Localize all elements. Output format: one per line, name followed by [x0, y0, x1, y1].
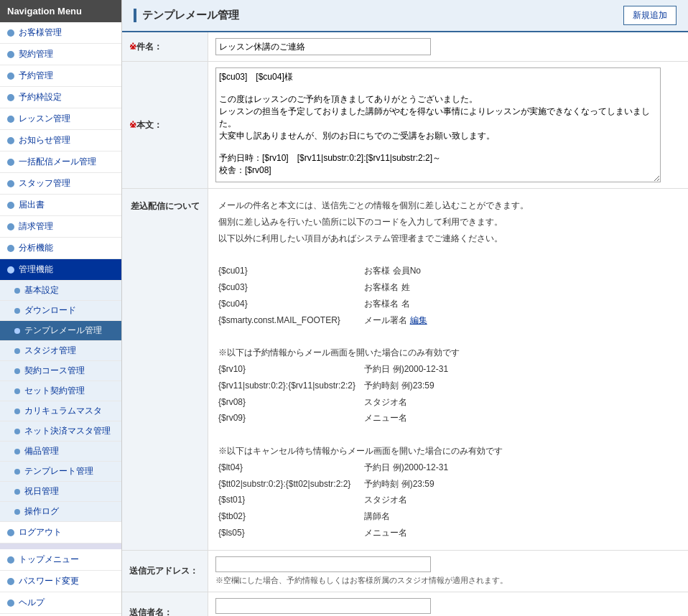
code-rv11: {$rv11|substr:0:2}:{$rv11|substr:2:2} 予約…	[218, 378, 678, 394]
sender-name-content: ※空欄にした場合、予約情報もしくはお客様所属のスタジオ情報が適用されます。	[208, 592, 688, 616]
subject-content	[208, 32, 688, 61]
bullet-icon	[7, 599, 14, 607]
page-title: テンプレメール管理	[134, 9, 239, 22]
bullet-icon	[7, 29, 14, 37]
sidebar-sub-net-payment[interactable]: ネット決済マスタ管理	[0, 421, 121, 442]
note-cancel: ※以下はキャンセル待ち情報からメール画面を開いた場合にのみ有効です	[218, 443, 678, 459]
bullet-icon	[7, 266, 14, 274]
note-reservation: ※以下は予約情報からメール画面を開いた場合にのみ有効です	[218, 345, 678, 361]
sidebar-item-notifications[interactable]: お知らせ管理	[0, 130, 121, 151]
bullet-icon	[7, 529, 14, 536]
edit-footer-link[interactable]: 編集	[410, 315, 427, 325]
bullet-icon	[7, 223, 14, 230]
main-content: テンプレメール管理 新規追加 ※件名： ※本文： 差込配信について メー	[122, 0, 688, 616]
sidebar-item-analytics[interactable]: 分析機能	[0, 238, 121, 259]
sidebar-item-logout[interactable]: ログアウト	[0, 522, 121, 543]
new-add-button[interactable]: 新規追加	[623, 6, 677, 25]
bullet-icon	[7, 202, 14, 209]
bullet-sm-icon	[14, 288, 20, 294]
body-content	[208, 62, 688, 188]
bullet-sm-icon	[14, 328, 20, 334]
bullet-icon	[7, 73, 14, 80]
body-row: ※本文：	[122, 62, 688, 189]
sidebar-item-delivery[interactable]: 届出書	[0, 195, 121, 216]
body-label: ※本文：	[122, 62, 208, 188]
sidebar-item-help[interactable]: ヘルプ	[0, 592, 121, 614]
bullet-icon	[7, 94, 14, 101]
bullet-sm-icon	[14, 388, 20, 394]
body-textarea[interactable]	[215, 67, 661, 182]
sidebar-item-customers[interactable]: お客様管理	[0, 22, 121, 44]
code-cu04: {$cu04} お客様名 名	[218, 296, 678, 312]
bullet-icon	[7, 180, 14, 187]
bullet-sm-icon	[14, 449, 20, 454]
code-mail-footer: {$smarty.const.MAIL_FOOTER} メール署名 編集	[218, 312, 678, 329]
bullet-sm-icon	[14, 348, 20, 354]
sidebar-item-password-change[interactable]: パスワード変更	[0, 571, 121, 592]
bullet-icon	[7, 578, 14, 585]
code-cu03: {$cu03} お客様名 姓	[218, 279, 678, 296]
sidebar-item-bulk-mail[interactable]: 一括配信メール管理	[0, 151, 121, 173]
bullet-sm-icon	[14, 489, 20, 495]
bullet-icon	[7, 116, 14, 123]
sidebar-sub-curriculum[interactable]: カリキュラムマスタ	[0, 401, 121, 421]
sidebar-sub-basic-settings[interactable]: 基本設定	[0, 281, 121, 301]
sender-address-content: ※空欄にした場合、予約情報もしくはお客様所属のスタジオ情報が適用されます。	[208, 551, 688, 592]
form-area: ※件名： ※本文： 差込配信について メールの件名と本文には、送信先ごとの情報を…	[122, 32, 688, 616]
sidebar-sub-operation-log[interactable]: 操作ログ	[0, 502, 121, 522]
bullet-icon	[7, 137, 14, 144]
sidebar-header: Navigation Menu	[0, 0, 121, 22]
bullet-sm-icon	[14, 368, 20, 374]
sender-address-note: ※空欄にした場合、予約情報もしくはお客様所属のスタジオ情報が適用されます。	[215, 575, 681, 586]
sidebar-item-staff[interactable]: スタッフ管理	[0, 173, 121, 195]
sidebar-item-reservations[interactable]: 予約管理	[0, 65, 121, 87]
page-header: テンプレメール管理 新規追加	[122, 0, 688, 32]
code-st01: {$st01} スタジオ名	[218, 492, 678, 508]
sidebar-sub-download[interactable]: ダウンロード	[0, 301, 121, 321]
code-cu01: {$cu01} お客様 会員No	[218, 263, 678, 279]
bullet-icon	[7, 159, 14, 166]
sender-name-row: 送信者名： ※空欄にした場合、予約情報もしくはお客様所属のスタジオ情報が適用され…	[122, 592, 688, 616]
code-rv08: {$rv08} スタジオ名	[218, 394, 678, 411]
sidebar-sub-studio[interactable]: スタジオ管理	[0, 341, 121, 361]
nav-divider	[0, 543, 121, 549]
subject-label: ※件名：	[122, 32, 208, 61]
sender-name-label: 送信者名：	[122, 592, 208, 616]
sidebar-item-management[interactable]: 管理機能	[0, 259, 121, 281]
sidebar-item-contracts[interactable]: 契約管理	[0, 44, 121, 65]
code-rv09: {$rv09} メニュー名	[218, 410, 678, 426]
code-ls05: {$ls05} メニュー名	[218, 525, 678, 541]
sender-address-label: 送信元アドレス：	[122, 551, 208, 592]
sidebar-sub-holiday[interactable]: 祝日管理	[0, 482, 121, 502]
sidebar: Navigation Menu お客様管理 契約管理 予約管理 予約枠設定 レッ…	[0, 0, 122, 616]
sidebar-item-billing[interactable]: 請求管理	[0, 216, 121, 238]
sender-address-input[interactable]	[215, 556, 431, 572]
sidebar-sub-set-contracts[interactable]: セット契約管理	[0, 381, 121, 401]
merge-info-3: 以下以外に利用したい項目があればシステム管理者までご連絡ください。	[218, 230, 678, 247]
merge-info-2: 個別に差し込みを行いたい箇所に以下のコードを入力して利用できます。	[218, 214, 678, 230]
merge-info-1: メールの件名と本文には、送信先ごとの情報を個別に差し込むことができます。	[218, 197, 678, 214]
bullet-icon	[7, 245, 14, 252]
bullet-sm-icon	[14, 429, 20, 434]
bullet-sm-icon	[14, 509, 20, 515]
sidebar-item-lessons[interactable]: レッスン管理	[0, 108, 121, 130]
sidebar-sub-template-mail[interactable]: テンプレメール管理	[0, 321, 121, 341]
subject-input[interactable]	[215, 38, 431, 55]
bullet-sm-icon	[14, 469, 20, 475]
sidebar-item-reservation-settings[interactable]: 予約枠設定	[0, 87, 121, 108]
sidebar-sub-template[interactable]: テンプレート管理	[0, 462, 121, 482]
bullet-icon	[7, 51, 14, 58]
sidebar-sub-contract-courses[interactable]: 契約コース管理	[0, 361, 121, 381]
merge-label: 差込配信について	[122, 189, 208, 550]
code-tb02: {$tb02} 講師名	[218, 508, 678, 525]
sender-name-input[interactable]	[215, 598, 431, 614]
subject-row: ※件名：	[122, 32, 688, 62]
bullet-icon	[7, 556, 14, 564]
code-rv10: {$rv10} 予約日 例)2000-12-31	[218, 361, 678, 378]
merge-row: 差込配信について メールの件名と本文には、送信先ごとの情報を個別に差し込むことが…	[122, 189, 688, 551]
sidebar-sub-goods[interactable]: 備品管理	[0, 442, 121, 462]
code-tt02: {$tt02|substr:0:2}:{$tt02|substr:2:2} 予約…	[218, 476, 678, 493]
code-lt04: {$lt04} 予約日 例)2000-12-31	[218, 459, 678, 476]
bullet-sm-icon	[14, 409, 20, 414]
sidebar-item-top-menu[interactable]: トップメニュー	[0, 549, 121, 571]
